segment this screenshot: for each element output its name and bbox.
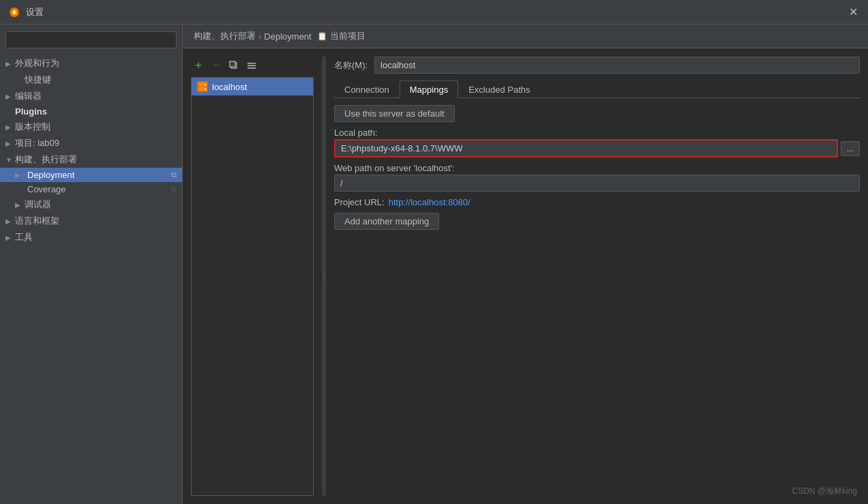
sidebar-item-plugins[interactable]: Plugins — [0, 104, 182, 119]
svg-point-2 — [13, 11, 16, 14]
arrow-icon: ▶ — [5, 123, 15, 131]
add-server-button[interactable]: + — [191, 58, 206, 73]
sidebar: ▶ 外观和行为 快捷键 ▶ 编辑器 Plugins ▶ 版本控制 ▶ 项目: l — [0, 25, 183, 504]
arrow-icon: ▶ — [15, 201, 25, 209]
server-name: localhost — [212, 82, 247, 92]
local-path-field: Local path: ... — [334, 128, 860, 158]
arrow-icon: ▶ — [5, 218, 15, 225]
svg-rect-7 — [248, 68, 256, 69]
sidebar-item-shortcuts[interactable]: 快捷键 — [0, 72, 182, 88]
sidebar-item-debugger[interactable]: ▶ 调试器 — [0, 196, 182, 213]
arrow-icon: ▶ — [5, 234, 15, 241]
sidebar-item-label: 工具 — [15, 231, 177, 243]
breadcrumb-icon: 📋 — [317, 31, 327, 41]
svg-point-10 — [205, 84, 206, 85]
main-layout: ▶ 外观和行为 快捷键 ▶ 编辑器 Plugins ▶ 版本控制 ▶ 项目: l — [0, 25, 868, 504]
add-mapping-button[interactable]: Add another mapping — [334, 213, 439, 230]
tab-mappings[interactable]: Mappings — [400, 80, 458, 98]
svg-rect-6 — [248, 65, 256, 67]
copy-server-button[interactable] — [226, 58, 241, 73]
sidebar-item-label: Plugins — [15, 106, 177, 117]
sidebar-item-label: 版本控制 — [15, 121, 177, 133]
toolbar: + − — [191, 57, 314, 74]
name-label: 名称(M): — [334, 59, 368, 72]
left-panel: + − — [191, 57, 314, 496]
breadcrumb-separator: › — [258, 31, 261, 42]
breadcrumb: 构建、执行部署 › Deployment 📋 当前项目 — [183, 25, 868, 48]
local-path-label: Local path: — [334, 128, 860, 138]
sidebar-item-label: Deployment — [27, 170, 74, 180]
sidebar-item-coverage[interactable]: Coverage ⧉ — [0, 182, 182, 196]
arrow-icon: ▶ — [5, 93, 15, 100]
sidebar-item-label: 编辑器 — [15, 90, 177, 102]
sidebar-item-deployment[interactable]: ▶ Deployment ⧉ — [0, 168, 182, 182]
arrow-icon: ▶ — [5, 140, 15, 147]
server-icon — [197, 81, 208, 92]
name-row: 名称(M): — [334, 57, 860, 74]
web-path-field: Web path on server 'localhost': — [334, 163, 860, 192]
content-area: 构建、执行部署 › Deployment 📋 当前项目 + − — [183, 25, 868, 504]
sidebar-item-label: 调试器 — [25, 198, 177, 211]
project-url-link[interactable]: http://localhost:8080/ — [389, 197, 470, 207]
browse-local-button[interactable]: ... — [841, 141, 860, 156]
local-path-row: ... — [334, 139, 860, 158]
svg-rect-4 — [230, 61, 235, 67]
titlebar-left: 设置 — [8, 6, 44, 18]
mappings-section: Use this server as default Local path: .… — [334, 105, 860, 230]
sidebar-tree: ▶ 外观和行为 快捷键 ▶ 编辑器 Plugins ▶ 版本控制 ▶ 项目: l — [0, 54, 182, 504]
sidebar-item-lang[interactable]: ▶ 语言和框架 — [0, 213, 182, 229]
breadcrumb-suffix: 当前项目 — [330, 30, 365, 42]
arrow-icon: ▼ — [5, 156, 15, 164]
copy-icon: ⧉ — [171, 185, 177, 194]
remove-server-button[interactable]: − — [209, 58, 224, 73]
sidebar-item-tools[interactable]: ▶ 工具 — [0, 229, 182, 246]
server-list: localhost — [191, 77, 314, 496]
sidebar-item-appearance[interactable]: ▶ 外观和行为 — [0, 55, 182, 72]
sidebar-item-label: 外观和行为 — [15, 57, 177, 70]
titlebar: 设置 ✕ — [0, 0, 868, 25]
search-input[interactable] — [5, 31, 177, 48]
web-path-label: Web path on server 'localhost': — [334, 163, 860, 173]
app-icon — [8, 6, 20, 18]
tab-excluded-paths[interactable]: Excluded Paths — [458, 80, 540, 98]
project-url-label: Project URL: — [334, 197, 385, 207]
sidebar-item-label: Coverage — [27, 184, 65, 194]
sidebar-item-label: 构建、执行部署 — [15, 153, 177, 166]
arrow-icon: ▶ — [5, 60, 15, 68]
drag-handle[interactable] — [322, 57, 326, 496]
watermark: CSDN @海鲜king — [792, 486, 857, 497]
arrow-icon: ▶ — [15, 171, 25, 179]
sidebar-item-label: 项目: lab09 — [15, 137, 177, 149]
breadcrumb-current: Deployment — [264, 31, 311, 42]
sidebar-item-label: 快捷键 — [25, 74, 177, 86]
tab-connection[interactable]: Connection — [334, 80, 400, 98]
svg-rect-5 — [248, 63, 256, 64]
default-server-button[interactable]: Use this server as default — [334, 105, 455, 122]
content-panel: + − — [183, 48, 868, 504]
breadcrumb-path: 构建、执行部署 — [194, 30, 256, 42]
project-url-row: Project URL: http://localhost:8080/ — [334, 197, 860, 207]
web-path-input[interactable] — [334, 175, 860, 192]
sidebar-item-vcs[interactable]: ▶ 版本控制 — [0, 119, 182, 135]
copy-icon: ⧉ — [171, 171, 177, 179]
server-item-localhost[interactable]: localhost — [192, 78, 313, 95]
server-name-input[interactable] — [374, 57, 860, 74]
move-server-button[interactable] — [244, 58, 259, 73]
window-title: 设置 — [26, 6, 44, 18]
local-path-input[interactable] — [334, 139, 838, 158]
right-panel: 名称(M): Connection Mappings Excluded Path… — [334, 57, 860, 496]
sidebar-item-editor[interactable]: ▶ 编辑器 — [0, 88, 182, 104]
sidebar-item-build[interactable]: ▼ 构建、执行部署 — [0, 151, 182, 168]
close-button[interactable]: ✕ — [846, 5, 860, 19]
tabs: Connection Mappings Excluded Paths — [334, 80, 860, 98]
sidebar-item-project[interactable]: ▶ 项目: lab09 — [0, 135, 182, 151]
svg-point-11 — [205, 89, 206, 90]
sidebar-item-label: 语言和框架 — [15, 215, 177, 227]
